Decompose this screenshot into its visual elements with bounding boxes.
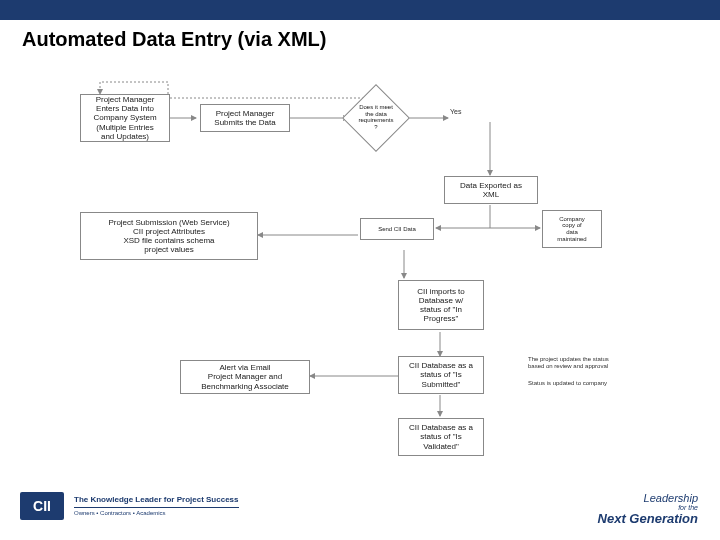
box-text: Alert via EmailProject Manager andBenchm… <box>201 363 289 391</box>
diamond-requirements <box>342 84 410 152</box>
box-text: CII Database as astatus of "IsValidated" <box>409 423 473 451</box>
box-cii-import: CII imports toDatabase w/status of "InPr… <box>398 280 484 330</box>
footer-left: CII The Knowledge Leader for Project Suc… <box>20 492 239 520</box>
annotation-1: The project updates the statusbased on r… <box>528 356 658 369</box>
logo-subline: Owners • Contractors • Academics <box>74 507 239 517</box>
footer-right-3: Next Generation <box>598 511 698 526</box>
label-yes: Yes <box>450 108 461 115</box>
box-text: Data Exported asXML <box>460 181 522 199</box>
box-text: Project ManagerSubmits the Data <box>214 109 275 127</box>
box-submission: Project Submission (Web Service)CII proj… <box>80 212 258 260</box>
logo-text: The Knowledge Leader for Project Success… <box>74 495 239 517</box>
box-text: Companycopy ofdatamaintained <box>557 216 586 242</box>
footer-right-2: for the <box>598 504 698 511</box>
box-text: Project Submission (Web Service)CII proj… <box>108 218 229 255</box>
footer-right-1: Leadership <box>598 492 698 504</box>
box-cii-validated: CII Database as astatus of "IsValidated" <box>398 418 484 456</box>
annotation-2: Status is updated to company <box>528 380 658 387</box>
box-export-xml: Data Exported asXML <box>444 176 538 204</box>
box-cii-submitted: CII Database as astatus of "IsSubmitted" <box>398 356 484 394</box>
box-text: Project ManagerEnters Data IntoCompany S… <box>93 95 156 141</box>
box-text: Send CII Data <box>378 226 416 233</box>
slide-title: Automated Data Entry (via XML) <box>22 28 326 51</box>
box-pm-submit: Project ManagerSubmits the Data <box>200 104 290 132</box>
box-text: CII Database as astatus of "IsSubmitted" <box>409 361 473 389</box>
footer: CII The Knowledge Leader for Project Suc… <box>0 480 720 540</box>
box-company-db: Companycopy ofdatamaintained <box>542 210 602 248</box>
box-alert-email: Alert via EmailProject Manager andBenchm… <box>180 360 310 394</box>
logo-badge: CII <box>20 492 64 520</box>
box-send-cii: Send CII Data <box>360 218 434 240</box>
logo-tagline: The Knowledge Leader for Project Success <box>74 495 239 505</box>
footer-right: Leadership for the Next Generation <box>598 492 698 526</box>
box-pm-enter: Project ManagerEnters Data IntoCompany S… <box>80 94 170 142</box>
top-accent-bar <box>0 0 720 20</box>
flow-canvas: Project ManagerEnters Data IntoCompany S… <box>0 60 720 480</box>
box-text: CII imports toDatabase w/status of "InPr… <box>417 287 465 324</box>
